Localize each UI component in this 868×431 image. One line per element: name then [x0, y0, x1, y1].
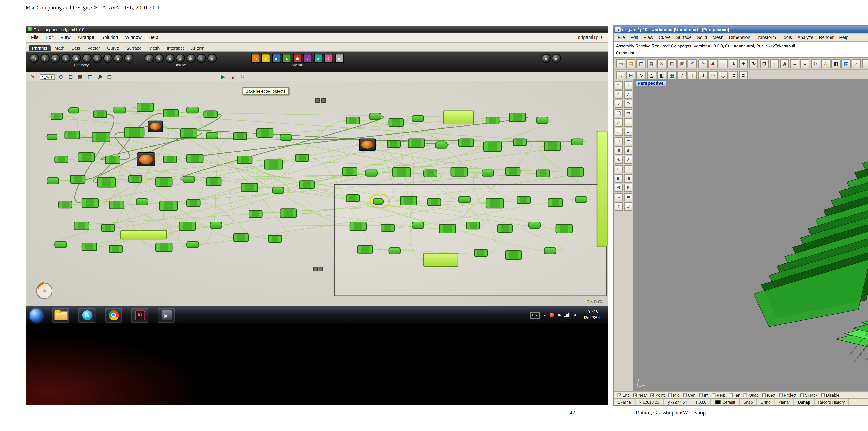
rhino-sidebar-icon-circle[interactable]: ○ [615, 99, 623, 108]
gh-param[interactable] [136, 198, 148, 205]
rhino-command-area[interactable]: Assembly Resolve Required: Galapagos, Ve… [614, 42, 868, 58]
gh-component[interactable] [82, 198, 99, 208]
status-toggle-snap[interactable]: Snap [740, 399, 757, 405]
gh-panel[interactable] [443, 110, 474, 124]
gh-component[interactable] [159, 201, 178, 211]
gh-param[interactable] [206, 132, 218, 139]
gh-component[interactable] [109, 201, 124, 209]
rhino-sidebar-icon-line[interactable]: ╱ [624, 90, 632, 98]
rhino-toolbar-icon-save[interactable]: ◫ [637, 59, 646, 68]
rhino-toolbar-icon-cut[interactable]: ✕ [657, 59, 666, 68]
rhino-sidebar-icon-loft[interactable]: ◈ [615, 155, 623, 164]
gh-ribbon-icon-matrix[interactable]: ◈ [207, 53, 216, 63]
gh-toolbar-icon-play-solver[interactable]: ▶ [219, 74, 226, 80]
gh-component[interactable] [350, 222, 367, 231]
gh-component[interactable] [474, 249, 488, 257]
taskbar-icon-media-viewer[interactable]: ▶ [158, 308, 175, 322]
gh-component[interactable] [82, 242, 97, 251]
rhino-toolbar-icon-copy-object[interactable]: ≡ [801, 59, 810, 68]
gh-component[interactable] [392, 167, 411, 177]
rhino-toolbar-icon-render[interactable]: ◉ [780, 59, 789, 68]
gh-toolbar-icon-display-preview[interactable]: ◉ [96, 74, 103, 80]
rhino-toolbar2-icon-array[interactable]: ▦ [667, 70, 677, 80]
gh-ribbon-icon-box[interactable]: ■ [113, 53, 123, 63]
osnap-checkbox-mid[interactable] [668, 393, 672, 397]
rhino-toolbar2-icon-rotate[interactable]: ↻ [637, 70, 646, 80]
rhino-titlebar[interactable]: R origami1p10 - Undefined (Undefined) - … [614, 26, 868, 33]
gh-component[interactable] [101, 224, 115, 232]
status-toggle-planar[interactable]: Planar [775, 399, 794, 405]
gh-param[interactable] [183, 176, 195, 183]
gh-component[interactable] [536, 170, 550, 177]
rhino-toolbar-icon-pan[interactable]: ✚ [739, 59, 748, 68]
gh-toolbar-icon-bake[interactable]: ● [229, 74, 236, 80]
gh-toolbar-icon-named-views[interactable]: ◫ [87, 74, 94, 80]
gh-component[interactable] [427, 198, 441, 206]
gh-ribbon-icon-mesh[interactable]: ◈ [93, 53, 102, 63]
rhino-toolbar-icon-scale[interactable]: △ [821, 59, 830, 68]
gh-component[interactable] [548, 198, 563, 207]
gh-component[interactable] [451, 167, 468, 177]
gh-param[interactable] [544, 247, 556, 254]
gh-param[interactable] [536, 117, 549, 123]
rhino-sidebar-icon-patch[interactable]: ◨ [624, 174, 632, 182]
cplane-button[interactable]: CPlane [614, 399, 636, 405]
gh-galapagos[interactable] [359, 139, 376, 151]
gh-component[interactable] [400, 196, 417, 205]
show-hidden-icons-arrow[interactable]: ▲ [543, 313, 547, 317]
gh-ribbon-icon-domain[interactable]: ○ [196, 53, 206, 63]
canvas-grip-handle[interactable] [313, 267, 323, 271]
gh-tab-mesh[interactable]: Mesh [146, 45, 163, 51]
gh-component[interactable] [105, 155, 121, 164]
gh-param[interactable] [575, 196, 587, 203]
rhino-toolbar-icon-array[interactable]: ▦ [841, 59, 851, 68]
gh-component[interactable] [387, 140, 401, 148]
gh-component[interactable] [295, 154, 309, 162]
gh-toolbar-icon-frame[interactable]: ▣ [77, 74, 84, 80]
rhino-sidebar-icon-select[interactable]: ↖ [615, 81, 623, 89]
gh-component[interactable] [342, 167, 358, 176]
rhino-sidebar-icon-helix[interactable]: ◌ [615, 137, 623, 145]
gh-ribbon-icon-integer[interactable]: ● [155, 53, 164, 63]
rhino-toolbar-icon-redo[interactable]: ↷ [698, 59, 707, 68]
gh-component[interactable] [544, 141, 561, 151]
rhino-sidebar-icon-boolean-difference[interactable]: ⊖ [624, 183, 632, 192]
rhino-toolbar2-icon-fillet[interactable]: ◠ [708, 70, 718, 80]
osnap-checkbox-strack[interactable] [800, 393, 804, 397]
rhino-toolbar-icon-rotate-view[interactable]: ↻ [749, 59, 758, 68]
gh-component[interactable] [256, 128, 273, 138]
gh-component[interactable] [155, 177, 173, 186]
gh-component[interactable] [439, 224, 456, 233]
gh-component[interactable] [233, 132, 247, 140]
gh-component[interactable] [93, 110, 107, 118]
rhino-toolbar2-icon-copy[interactable]: ⊞ [626, 70, 636, 80]
gh-tab-vector[interactable]: Vector [84, 45, 103, 51]
gh-ribbon-icon-plane[interactable]: ◆ [51, 53, 60, 63]
osnap-checkbox-end[interactable]: ✓ [618, 393, 621, 397]
gh-panel[interactable] [121, 230, 167, 240]
gh-menu-view[interactable]: View [61, 35, 71, 39]
rhino-toolbar-icon-zoom-window[interactable]: ⊡ [760, 59, 769, 68]
gh-component[interactable] [466, 222, 480, 229]
antivirus-tray-icon[interactable] [550, 313, 554, 317]
grasshopper-canvas[interactable]: Bake selected objects 0.8.0003 [26, 81, 608, 306]
gh-ribbon-icon-curve[interactable]: ◉ [71, 53, 81, 63]
gh-param[interactable] [528, 222, 541, 229]
gh-component[interactable] [268, 235, 282, 242]
canvas-compass-widget[interactable] [35, 282, 55, 300]
gh-component[interactable] [486, 198, 504, 208]
rhino-sidebar-icon-offset-surface[interactable]: ⇄ [624, 193, 632, 201]
rhino-toolbar2-icon-join[interactable]: ∪ [698, 70, 707, 80]
gh-param[interactable] [47, 177, 59, 184]
gh-tab-math[interactable]: Math [51, 45, 67, 51]
gh-param[interactable] [280, 134, 292, 141]
gh-panel[interactable] [597, 131, 608, 247]
rhino-menu-render[interactable]: Render [819, 35, 834, 39]
rhino-toolbar-icon-delete[interactable]: ✖ [708, 59, 718, 68]
rhino-toolbar-icon-move[interactable]: ↔ [790, 59, 800, 68]
rhino-sidebar-icon-surface-plane[interactable]: ■ [615, 146, 623, 154]
status-toggle-record-history[interactable]: Record History [814, 399, 849, 405]
rhino-sidebar-icon-conic[interactable]: ⊃ [624, 127, 632, 136]
rhino-menu-file[interactable]: File [618, 35, 625, 39]
gh-component[interactable] [124, 127, 145, 138]
